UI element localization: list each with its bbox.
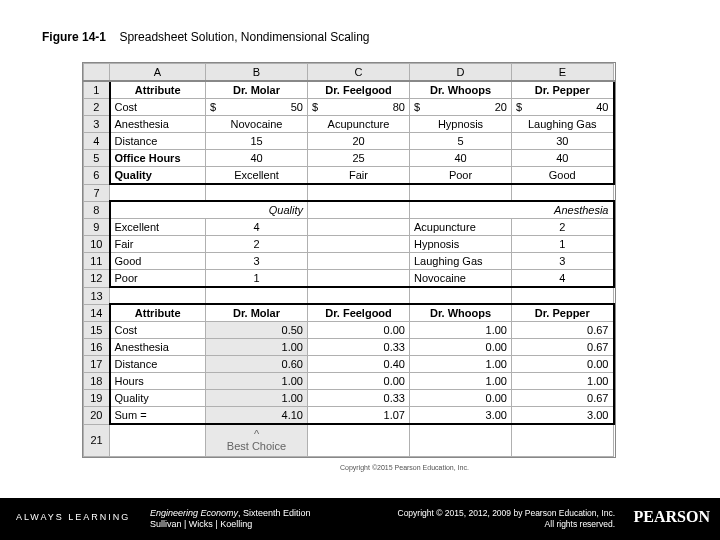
cell: Attribute <box>110 304 206 322</box>
cell: Laughing Gas <box>512 116 614 133</box>
cell: 4.10 <box>206 407 308 425</box>
cell: Fair <box>110 236 206 253</box>
table-row: 12 Poor 1 Novocaine 4 <box>84 270 614 288</box>
cell: 1.00 <box>206 373 308 390</box>
figure-caption: Figure 14-1 Spreadsheet Solution, Nondim… <box>42 30 370 44</box>
cell: Cost <box>110 322 206 339</box>
table-row: 5 Office Hours 40 25 40 40 <box>84 150 614 167</box>
cell: Distance <box>110 133 206 150</box>
col-D: D <box>410 64 512 82</box>
cell: 1.00 <box>206 339 308 356</box>
cell: Distance <box>110 356 206 373</box>
always-learning: ALWAYS LEARNING <box>16 512 130 522</box>
table-row: 20 Sum = 4.10 1.07 3.00 3.00 <box>84 407 614 425</box>
cell: 0.00 <box>410 390 512 407</box>
cell: 0.60 <box>206 356 308 373</box>
table-row: 2 Cost $50 $80 $20 $40 <box>84 99 614 116</box>
cell: 1.00 <box>410 322 512 339</box>
table-row: 21 ^ Best Choice <box>84 424 614 456</box>
figure-number: Figure 14-1 <box>42 30 106 44</box>
cell: $20 <box>410 99 512 116</box>
col-E: E <box>512 64 614 82</box>
cell: $80 <box>308 99 410 116</box>
cell: 0.00 <box>512 356 614 373</box>
column-header-row: A B C D E <box>84 64 614 82</box>
book-credit: Engineering Economy, Sixteenth Edition S… <box>150 508 311 530</box>
cell: Dr. Pepper <box>512 81 614 99</box>
table-row: 18 Hours 1.00 0.00 1.00 1.00 <box>84 373 614 390</box>
cell: Hypnosis <box>410 236 512 253</box>
cell: Good <box>512 167 614 185</box>
best-choice-cell: ^ Best Choice <box>206 424 308 456</box>
cell: 20 <box>308 133 410 150</box>
cell: 1.00 <box>410 373 512 390</box>
cell: Quality <box>110 167 206 185</box>
cell: 1 <box>512 236 614 253</box>
cell: 30 <box>512 133 614 150</box>
table-row: 4 Distance 15 20 5 30 <box>84 133 614 150</box>
cell: 5 <box>410 133 512 150</box>
cell: Dr. Feelgood <box>308 81 410 99</box>
cell: 2 <box>512 219 614 236</box>
cell: Poor <box>110 270 206 288</box>
cell: Novocaine <box>410 270 512 288</box>
cell: 0.67 <box>512 339 614 356</box>
cell: Attribute <box>110 81 206 99</box>
cell: $50 <box>206 99 308 116</box>
cell: 1.00 <box>206 390 308 407</box>
table-row: 13 <box>84 287 614 304</box>
cell: Office Hours <box>110 150 206 167</box>
cell: 40 <box>410 150 512 167</box>
table-row: 8 Quality Anesthesia <box>84 201 614 219</box>
cell: 4 <box>512 270 614 288</box>
cell: Novocaine <box>206 116 308 133</box>
cell: 0.40 <box>308 356 410 373</box>
cell: 3.00 <box>512 407 614 425</box>
cell: 1 <box>206 270 308 288</box>
cell: 15 <box>206 133 308 150</box>
cell: 0.00 <box>308 322 410 339</box>
cell: Excellent <box>206 167 308 185</box>
cell: 1.07 <box>308 407 410 425</box>
cell: Anesthesia <box>410 201 614 219</box>
col-C: C <box>308 64 410 82</box>
cell: Quality <box>110 201 308 219</box>
cell: 40 <box>512 150 614 167</box>
cell: Fair <box>308 167 410 185</box>
spreadsheet: A B C D E 1 Attribute Dr. Molar Dr. Feel… <box>82 62 616 458</box>
cell: 2 <box>206 236 308 253</box>
cell: 0.67 <box>512 322 614 339</box>
cell: Acupuncture <box>410 219 512 236</box>
table-row: 1 Attribute Dr. Molar Dr. Feelgood Dr. W… <box>84 81 614 99</box>
table-row: 15 Cost 0.50 0.00 1.00 0.67 <box>84 322 614 339</box>
table-row: 3 Anesthesia Novocaine Acupuncture Hypno… <box>84 116 614 133</box>
cell: Dr. Pepper <box>512 304 614 322</box>
up-arrow-icon: ^ <box>210 428 303 440</box>
cell: Poor <box>410 167 512 185</box>
cell: Acupuncture <box>308 116 410 133</box>
table-row: 10 Fair 2 Hypnosis 1 <box>84 236 614 253</box>
cell: 0.00 <box>410 339 512 356</box>
copyright: Copyright © 2015, 2012, 2009 by Pearson … <box>398 508 616 530</box>
cell: 3 <box>206 253 308 270</box>
figure-title: Spreadsheet Solution, Nondimensional Sca… <box>119 30 369 44</box>
cell: 0.33 <box>308 339 410 356</box>
table-row: 6 Quality Excellent Fair Poor Good <box>84 167 614 185</box>
cell: Hours <box>110 373 206 390</box>
table-row: 11 Good 3 Laughing Gas 3 <box>84 253 614 270</box>
cell: 1.00 <box>410 356 512 373</box>
cell: Sum = <box>110 407 206 425</box>
table-row: 9 Excellent 4 Acupuncture 2 <box>84 219 614 236</box>
cell: 3 <box>512 253 614 270</box>
col-B: B <box>206 64 308 82</box>
cell: 0.00 <box>308 373 410 390</box>
cell: Dr. Feelgood <box>308 304 410 322</box>
cell: Quality <box>110 390 206 407</box>
table-row: 14 Attribute Dr. Molar Dr. Feelgood Dr. … <box>84 304 614 322</box>
authors: Sullivan | Wicks | Koelling <box>150 519 252 529</box>
pearson-logo: PEARSON <box>634 508 710 526</box>
cell: 0.33 <box>308 390 410 407</box>
table-row: 17 Distance 0.60 0.40 1.00 0.00 <box>84 356 614 373</box>
cell: Dr. Molar <box>206 81 308 99</box>
cell: 0.50 <box>206 322 308 339</box>
